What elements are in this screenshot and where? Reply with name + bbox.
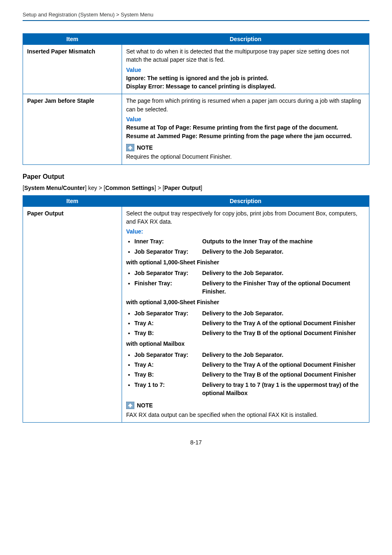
th-item: Item — [23, 34, 122, 45]
desc-intro: Select the output tray respectively for … — [126, 209, 365, 226]
tray-label: Tray 1 to 7: — [134, 381, 202, 398]
desc-intro: The page from which printing is resumed … — [126, 97, 365, 113]
tray-desc: Outputs to the Inner Tray of the machine — [202, 237, 365, 245]
tray-list-3000: Job Separator Tray:Delivery to the Job S… — [126, 308, 365, 338]
th-desc: Description — [122, 34, 369, 45]
tray-desc: Delivery to the Job Separator. — [202, 351, 365, 359]
list-item: Job Separator Tray:Delivery to the Job S… — [134, 268, 365, 278]
page-number: 8-17 — [23, 439, 369, 446]
value-option: Resume at Jammed Page: Resume printing f… — [126, 132, 365, 140]
tray-label: Tray B: — [134, 370, 202, 379]
tray-desc: Delivery to the Tray B of the optional D… — [202, 370, 365, 379]
value-option: Resume at Top of Page: Resume printing f… — [126, 123, 365, 132]
note-text: Requires the optional Document Finisher. — [126, 153, 365, 161]
tray-desc: Delivery to tray 1 to 7 (tray 1 is the u… — [202, 381, 365, 398]
tray-list-1000: Job Separator Tray:Delivery to the Job S… — [126, 268, 365, 296]
value-label: Value — [126, 115, 365, 123]
menu-path-part: Common Settings — [105, 185, 154, 191]
note-icon — [126, 144, 134, 151]
tray-desc: Delivery to the Tray A of the optional D… — [202, 319, 365, 327]
item-cell: Inserted Paper Mismatch — [23, 45, 122, 94]
tray-label: Job Separator Tray: — [134, 269, 202, 277]
note-label: NOTE — [137, 401, 153, 409]
note-icon — [126, 402, 134, 409]
group-heading: with optional 3,000-Sheet Finisher — [126, 298, 365, 306]
list-item: Tray 1 to 7:Delivery to tray 1 to 7 (tra… — [134, 380, 365, 398]
tray-list-mailbox: Job Separator Tray:Delivery to the Job S… — [126, 350, 365, 398]
menu-path: [System Menu/Counter] key > [Common Sett… — [23, 185, 369, 191]
tray-desc: Delivery to the Job Separator. — [202, 269, 365, 277]
tray-desc: Delivery to the Job Separator. — [202, 309, 365, 317]
menu-path-sep: ] key > [ — [85, 185, 105, 191]
tray-desc: Delivery to the Finisher Tray of the opt… — [202, 279, 365, 296]
value-option: Display Error: Message to cancel printin… — [126, 82, 365, 90]
group-heading: with optional Mailbox — [126, 340, 365, 348]
list-item: Finisher Tray:Delivery to the Finisher T… — [134, 278, 365, 297]
item-cell: Paper Output — [23, 206, 122, 422]
desc-intro: Set what to do when it is detected that … — [126, 47, 365, 64]
desc-cell: Set what to do when it is detected that … — [122, 45, 369, 94]
section-heading: Paper Output — [23, 173, 369, 180]
tray-desc: Delivery to the Job Separator. — [202, 247, 365, 256]
tray-label: Job Separator Tray: — [134, 309, 202, 317]
settings-table-1: Item Description Inserted Paper Mismatch… — [23, 33, 369, 165]
item-cell: Paper Jam before Staple — [23, 94, 122, 164]
tray-label: Job Separator Tray: — [134, 247, 202, 256]
group-heading: with optional 1,000-Sheet Finisher — [126, 258, 365, 266]
list-item: Job Separator Tray:Delivery to the Job S… — [134, 350, 365, 360]
note-text: FAX RX data output can be specified when… — [126, 411, 365, 419]
list-item: Tray A:Delivery to the Tray A of the opt… — [134, 318, 365, 328]
desc-cell: Select the output tray respectively for … — [122, 206, 369, 422]
list-item: Inner Tray:Outputs to the Inner Tray of … — [134, 236, 365, 246]
tray-label: Job Separator Tray: — [134, 351, 202, 359]
value-label: Value: — [126, 227, 365, 236]
note-label: NOTE — [137, 143, 153, 152]
tray-label: Tray A: — [134, 361, 202, 369]
tray-desc: Delivery to the Tray B of the optional D… — [202, 329, 365, 337]
settings-table-2: Item Description Paper Output Select the… — [23, 195, 369, 423]
menu-path-sep: ] > [ — [154, 185, 164, 191]
th-item: Item — [23, 195, 122, 206]
table-row: Inserted Paper Mismatch Set what to do w… — [23, 45, 369, 94]
menu-path-part: System Menu/Counter — [24, 185, 85, 191]
value-label: Value — [126, 66, 365, 74]
menu-path-end: ] — [201, 185, 202, 191]
desc-cell: The page from which printing is resumed … — [122, 94, 369, 164]
tray-list-default: Inner Tray:Outputs to the Inner Tray of … — [126, 236, 365, 257]
tray-label: Finisher Tray: — [134, 279, 202, 296]
list-item: Tray B:Delivery to the Tray B of the opt… — [134, 328, 365, 338]
list-item: Job Separator Tray:Delivery to the Job S… — [134, 247, 365, 257]
tray-label: Inner Tray: — [134, 237, 202, 245]
breadcrumb: Setup and Registration (System Menu) > S… — [23, 12, 369, 18]
table-row: Paper Output Select the output tray resp… — [23, 206, 369, 422]
tray-desc: Delivery to the Tray A of the optional D… — [202, 361, 365, 369]
th-desc: Description — [122, 195, 369, 206]
list-item: Tray B:Delivery to the Tray B of the opt… — [134, 370, 365, 379]
tray-label: Tray A: — [134, 319, 202, 327]
tray-label: Tray B: — [134, 329, 202, 337]
list-item: Job Separator Tray:Delivery to the Job S… — [134, 308, 365, 318]
list-item: Tray A:Delivery to the Tray A of the opt… — [134, 360, 365, 370]
header-divider — [23, 20, 369, 21]
value-option: Ignore: The setting is ignored and the j… — [126, 74, 365, 82]
table-row: Paper Jam before Staple The page from wh… — [23, 94, 369, 164]
menu-path-part: Paper Output — [164, 185, 201, 191]
